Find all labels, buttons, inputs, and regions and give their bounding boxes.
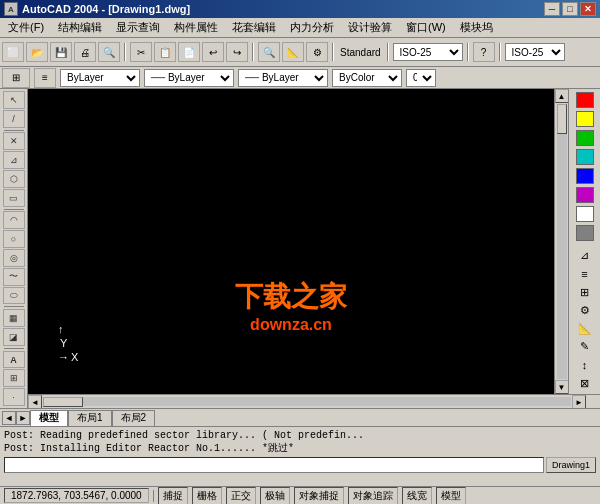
command-input[interactable]	[4, 457, 544, 473]
command-line-1: Post: Reading predefined sector library.…	[4, 429, 596, 442]
preview-button[interactable]: 🔍	[98, 42, 120, 62]
settings-button[interactable]: ⚙	[306, 42, 328, 62]
layer-props-btn[interactable]: ≡	[34, 68, 56, 88]
text-tool[interactable]: A	[3, 351, 25, 369]
select-tool[interactable]: ↖	[3, 91, 25, 109]
menu-display[interactable]: 显示查询	[110, 18, 166, 37]
menu-struct[interactable]: 结构编辑	[52, 18, 108, 37]
undo-button[interactable]: ↩	[202, 42, 224, 62]
tab-layout1[interactable]: 布局1	[68, 410, 112, 426]
color-btn-white[interactable]	[572, 205, 598, 223]
tab-model[interactable]: 模型	[30, 410, 68, 426]
scroll-down-btn[interactable]: ▼	[555, 380, 569, 394]
rt-tool-4[interactable]: ⚙	[572, 302, 598, 319]
tab-layout2[interactable]: 布局2	[112, 410, 156, 426]
status-model[interactable]: 模型	[436, 487, 466, 505]
insert-tool[interactable]: ⊞	[3, 369, 25, 387]
line-tool[interactable]: /	[3, 110, 25, 128]
circle-tool[interactable]: ○	[3, 230, 25, 248]
h-scroll-thumb[interactable]	[43, 397, 83, 407]
drawing-canvas[interactable]: ↑ Y →X 下载之家 downza.cn	[28, 89, 554, 394]
plot-select[interactable]: 0	[406, 69, 436, 87]
swatch-magenta	[576, 187, 594, 203]
color-btn-yellow[interactable]	[572, 110, 598, 128]
cut-button[interactable]: ✂	[130, 42, 152, 62]
rt-tool-2[interactable]: ≡	[572, 265, 598, 282]
v-scroll-thumb[interactable]	[557, 104, 567, 134]
xline-tool[interactable]: ✕	[3, 132, 25, 150]
tab-prev-btn[interactable]: ◄	[2, 411, 16, 425]
color-btn-red[interactable]	[572, 91, 598, 109]
point-tool[interactable]: ·	[3, 388, 25, 406]
copy-button[interactable]: 📋	[154, 42, 176, 62]
status-osnap[interactable]: 对象捕捉	[294, 487, 344, 505]
menu-verify[interactable]: 设计验算	[342, 18, 398, 37]
status-ortho[interactable]: 正交	[226, 487, 256, 505]
layer-select[interactable]: ByLayer	[60, 69, 140, 87]
dim-style-select[interactable]: ISO-25	[505, 43, 565, 61]
help-button[interactable]: ?	[473, 42, 495, 62]
menu-module[interactable]: 模块坞	[454, 18, 499, 37]
v-scroll-track[interactable]	[557, 104, 567, 379]
menu-bar: 文件(F) 结构编辑 显示查询 构件属性 花套编辑 内力分析 设计验算 窗口(W…	[0, 18, 600, 38]
status-grid[interactable]: 栅格	[192, 487, 222, 505]
color-btn-green[interactable]	[572, 129, 598, 147]
minimize-button[interactable]: ─	[544, 2, 560, 16]
menu-props[interactable]: 构件属性	[168, 18, 224, 37]
command-area: Post: Reading predefined sector library.…	[0, 426, 600, 486]
rt-tool-8[interactable]: ⊠	[572, 375, 598, 392]
hatch-tool[interactable]: ▦	[3, 309, 25, 327]
status-polar[interactable]: 极轴	[260, 487, 290, 505]
save-button[interactable]: 💾	[50, 42, 72, 62]
close-button[interactable]: ✕	[580, 2, 596, 16]
redo-button[interactable]: ↪	[226, 42, 248, 62]
tab-next-btn[interactable]: ►	[16, 411, 30, 425]
color-btn-gray[interactable]	[572, 224, 598, 242]
title-bar-controls: ─ □ ✕	[544, 2, 596, 16]
style-select[interactable]: ISO-25	[393, 43, 463, 61]
spline-tool[interactable]: 〜	[3, 268, 25, 286]
layer-manager-btn[interactable]: ⊞	[2, 68, 30, 88]
donut-tool[interactable]: ◎	[3, 249, 25, 267]
status-snap[interactable]: 捕捉	[158, 487, 188, 505]
menu-suite[interactable]: 花套编辑	[226, 18, 282, 37]
status-lineweight[interactable]: 线宽	[402, 487, 432, 505]
scroll-left-btn[interactable]: ◄	[28, 395, 42, 408]
v-scrollbar: ▲ ▼	[554, 89, 568, 394]
menu-analysis[interactable]: 内力分析	[284, 18, 340, 37]
rt-tool-7[interactable]: ↕	[572, 357, 598, 374]
linetype-select[interactable]: ── ByLayer	[238, 69, 328, 87]
status-otrack[interactable]: 对象追踪	[348, 487, 398, 505]
print-button[interactable]: 🖨	[74, 42, 96, 62]
open-button[interactable]: 📂	[26, 42, 48, 62]
menu-window[interactable]: 窗口(W)	[400, 18, 452, 37]
rt-tool-6[interactable]: ✎	[572, 338, 598, 355]
rt-tool-3[interactable]: ⊞	[572, 284, 598, 301]
new-button[interactable]: ⬜	[2, 42, 24, 62]
color-btn-blue[interactable]	[572, 167, 598, 185]
region-tool[interactable]: ◪	[3, 328, 25, 346]
measure-button[interactable]: 📐	[282, 42, 304, 62]
swatch-white	[576, 206, 594, 222]
polygon-tool[interactable]: ⬡	[3, 170, 25, 188]
lineweight-select[interactable]: ByColor	[332, 69, 402, 87]
paste-button[interactable]: 📄	[178, 42, 200, 62]
menu-file[interactable]: 文件(F)	[2, 18, 50, 37]
color-btn-cyan[interactable]	[572, 148, 598, 166]
lt-sep-2	[4, 209, 24, 210]
arc-tool[interactable]: ◠	[3, 211, 25, 229]
rt-tool-1[interactable]: ⊿	[572, 247, 598, 264]
rt-tool-5[interactable]: 📐	[572, 320, 598, 337]
title-bar: A AutoCAD 2004 - [Drawing1.dwg] ─ □ ✕	[0, 0, 600, 18]
drawing-tab-btn[interactable]: Drawing1	[546, 457, 596, 473]
maximize-button[interactable]: □	[562, 2, 578, 16]
color-btn-magenta[interactable]	[572, 186, 598, 204]
scroll-up-btn[interactable]: ▲	[555, 89, 569, 103]
h-scroll-track[interactable]	[43, 397, 571, 406]
rectangle-tool[interactable]: ▭	[3, 189, 25, 207]
scroll-right-btn[interactable]: ►	[572, 395, 586, 408]
ellipse-tool[interactable]: ⬭	[3, 287, 25, 305]
zoom-in-button[interactable]: 🔍	[258, 42, 280, 62]
polyline-tool[interactable]: ⊿	[3, 151, 25, 169]
color-select[interactable]: ── ByLayer	[144, 69, 234, 87]
